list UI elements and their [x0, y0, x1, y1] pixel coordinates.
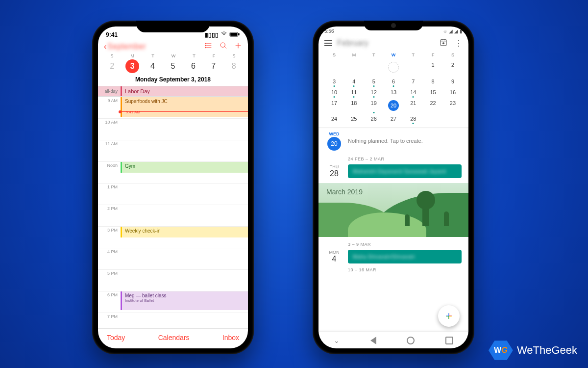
calendar-day[interactable]: 24: [325, 113, 343, 124]
weekday-header: S: [111, 53, 114, 59]
nav-expand-icon[interactable]: ⌄: [334, 337, 340, 344]
calendar-day[interactable]: 6: [385, 76, 402, 87]
calendar-day[interactable]: 28: [404, 113, 422, 124]
svg-rect-2: [231, 33, 237, 35]
agenda-today-row[interactable]: WED 20 Nothing planned. Tap to create.: [318, 128, 468, 155]
month-banner-label: March 2019: [326, 188, 363, 196]
hour-slot[interactable]: [121, 140, 248, 161]
back-label: September: [107, 42, 146, 51]
event-block[interactable]: Weekly check-in: [121, 227, 248, 237]
calendar-day[interactable]: 20: [385, 98, 402, 113]
calendar-day: [365, 59, 383, 76]
thu-weekday: THU: [325, 164, 343, 169]
inbox-button[interactable]: Inbox: [222, 334, 239, 342]
ios-schedule[interactable]: 9 AMSuperfoods with JC10 AM11 AMNoonGym1…: [98, 97, 248, 328]
calendar-day[interactable]: 27: [385, 113, 402, 124]
week-day[interactable]: 3: [125, 59, 139, 73]
calendar-day: [325, 59, 343, 76]
allday-event: Labor Day: [121, 86, 248, 96]
calendar-day[interactable]: 2: [444, 59, 462, 76]
calendar-day[interactable]: 25: [345, 113, 363, 124]
nav-recents-icon[interactable]: [445, 337, 453, 344]
calendar-day[interactable]: 3: [325, 76, 343, 87]
month-title[interactable]: February: [337, 39, 368, 48]
nav-home-icon[interactable]: [407, 337, 415, 344]
calendars-button[interactable]: Calendars: [158, 334, 190, 342]
hour-label: 9 AM: [98, 97, 121, 118]
today-button[interactable]: Today: [107, 334, 125, 342]
calendar-day[interactable]: 9: [444, 76, 462, 87]
week-day[interactable]: 5: [166, 59, 180, 73]
today-number: 20: [327, 137, 341, 151]
calendar-day[interactable]: 21: [404, 98, 422, 113]
calendar-day[interactable]: 19: [365, 98, 383, 113]
menu-icon[interactable]: [324, 40, 332, 46]
week-day[interactable]: 4: [146, 59, 160, 73]
calendar-day[interactable]: 7: [404, 76, 422, 87]
hour-slot[interactable]: Weekly check-in: [121, 227, 248, 248]
hour-slot[interactable]: Meg — ballet classInstitute of Ballet: [121, 291, 248, 313]
calendar-day[interactable]: 16: [444, 87, 462, 98]
weekday-header: T: [193, 53, 196, 59]
hour-slot[interactable]: [121, 119, 248, 140]
event-pill-mon[interactable]: Maha Shivaratri/Shivaratri: [348, 250, 462, 263]
svg-point-8: [205, 47, 206, 48]
weekday-header: F: [424, 51, 442, 59]
today-weekday: WED: [329, 131, 340, 137]
ios-status-right: ▮▯▯▯: [205, 30, 240, 39]
svg-point-6: [205, 43, 206, 44]
calendar-day[interactable]: 15: [424, 87, 442, 98]
hour-label: 10 AM: [98, 119, 121, 140]
list-view-icon[interactable]: [205, 42, 213, 52]
calendar-day[interactable]: 18: [345, 98, 363, 113]
today-jump-icon[interactable]: [439, 38, 448, 49]
calendar-day[interactable]: 14: [404, 87, 422, 98]
android-agenda[interactable]: WED 20 Nothing planned. Tap to create. 2…: [318, 127, 468, 331]
week-day[interactable]: 2: [105, 59, 119, 73]
back-button[interactable]: ‹ September: [104, 42, 146, 51]
calendar-day[interactable]: 11: [345, 87, 363, 98]
event-block[interactable]: Gym: [121, 162, 248, 173]
hour-slot[interactable]: [121, 270, 248, 291]
iphone-screen: 9:41 ▮▯▯▯ ‹ September: [98, 26, 248, 348]
hour-slot[interactable]: Superfoods with JC: [121, 97, 248, 118]
calendar-day[interactable]: 12: [365, 87, 383, 98]
calendar-day[interactable]: 8: [424, 76, 442, 87]
search-icon[interactable]: [220, 42, 227, 52]
week-day[interactable]: 7: [207, 59, 220, 73]
hour-slot[interactable]: [121, 313, 248, 328]
add-icon[interactable]: [234, 42, 242, 52]
hour-slot[interactable]: [121, 205, 248, 226]
agenda-day-mon[interactable]: MON 4 Maha Shivaratri/Shivaratri: [318, 248, 468, 265]
nav-back-icon[interactable]: [370, 337, 376, 344]
overflow-icon[interactable]: ⋮: [455, 39, 463, 48]
hour-slot[interactable]: [121, 184, 248, 205]
hour-slot[interactable]: Gym: [121, 162, 248, 183]
hour-slot[interactable]: [121, 248, 248, 269]
allday-row[interactable]: all-day Labor Day: [98, 86, 248, 97]
agenda-day-thu[interactable]: THU 28 Maharishi Dayanand Saraswati Jaya…: [318, 162, 468, 180]
hour-label: 2 PM: [98, 205, 121, 226]
event-block[interactable]: Meg — ballet classInstitute of Ballet: [121, 291, 248, 310]
signal-icon: ▮▯▯▯: [205, 31, 219, 38]
android-month-grid[interactable]: SMTWTFS 12345678910111213141516171819202…: [318, 51, 468, 127]
calendar-day[interactable]: 13: [385, 87, 402, 98]
hour-label: Noon: [98, 162, 121, 183]
calendar-day[interactable]: 1: [424, 59, 442, 76]
calendar-day[interactable]: 4: [345, 76, 363, 87]
fab-add-event[interactable]: +: [438, 305, 460, 327]
calendar-day[interactable]: 10: [325, 87, 343, 98]
week-day[interactable]: 6: [186, 59, 200, 73]
today-message: Nothing planned. Tap to create.: [348, 138, 423, 144]
week-day[interactable]: 8: [227, 59, 241, 73]
event-pill-thu[interactable]: Maharishi Dayanand Saraswati Jayanti: [348, 164, 462, 178]
calendar-day[interactable]: 17: [325, 98, 343, 113]
calendar-day[interactable]: 5: [365, 76, 383, 87]
calendar-day[interactable]: 23: [444, 98, 462, 113]
iphone-notch: [136, 21, 210, 32]
mon-weekday: MON: [325, 250, 343, 255]
signal-icon: ◢: [454, 28, 458, 34]
weekday-header: S: [325, 51, 343, 59]
calendar-day[interactable]: 26: [365, 113, 383, 124]
calendar-day[interactable]: 22: [424, 98, 442, 113]
